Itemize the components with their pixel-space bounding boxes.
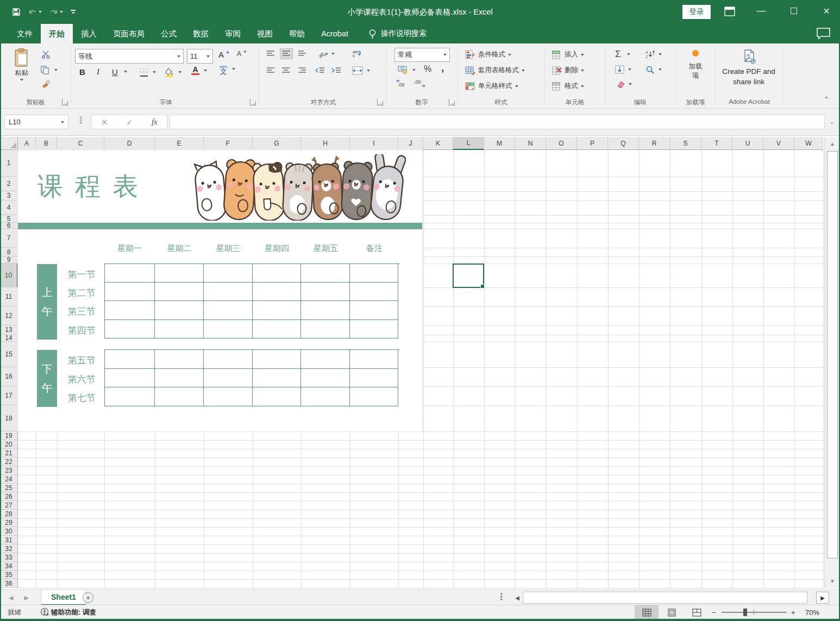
find-select-button[interactable] bbox=[645, 65, 662, 74]
schedule-cell[interactable] bbox=[253, 387, 301, 406]
row-header-32[interactable]: 32 bbox=[0, 544, 18, 553]
schedule-cell[interactable] bbox=[350, 369, 398, 388]
schedule-cell[interactable] bbox=[204, 301, 253, 319]
row-header-17[interactable]: 17 bbox=[0, 386, 18, 405]
schedule-cell[interactable] bbox=[155, 264, 204, 283]
row-header-16[interactable]: 16 bbox=[0, 367, 18, 386]
bold-button[interactable]: B bbox=[79, 67, 85, 77]
align-center-button[interactable] bbox=[281, 67, 290, 74]
ribbon-tab-页面布局[interactable]: 页面布局 bbox=[105, 24, 153, 43]
zoom-slider-thumb[interactable] bbox=[743, 609, 747, 616]
row-header-28[interactable]: 28 bbox=[0, 510, 18, 518]
comment-icon[interactable] bbox=[816, 27, 831, 40]
row-header-23[interactable]: 23 bbox=[0, 466, 18, 475]
orientation-button[interactable]: ab bbox=[318, 49, 335, 59]
schedule-cell[interactable] bbox=[350, 320, 398, 338]
column-header-G[interactable]: G bbox=[253, 137, 301, 150]
merge-center-button[interactable] bbox=[352, 66, 370, 75]
row-header-9[interactable]: 9 bbox=[0, 256, 18, 264]
page-break-view-button[interactable] bbox=[685, 605, 709, 619]
selected-cell-L10[interactable] bbox=[453, 264, 484, 288]
schedule-cell[interactable] bbox=[350, 264, 398, 283]
schedule-cell[interactable] bbox=[204, 283, 253, 301]
decrease-decimal-button[interactable]: .00 bbox=[413, 79, 426, 87]
font-size-combobox[interactable]: 11 bbox=[187, 49, 213, 64]
row-header-36[interactable]: 36 bbox=[0, 579, 18, 588]
row-header-7[interactable]: 7 bbox=[0, 229, 18, 248]
column-header-O[interactable]: O bbox=[546, 137, 577, 150]
format-painter-button[interactable] bbox=[41, 79, 51, 89]
schedule-cell[interactable] bbox=[253, 350, 301, 369]
row-header-22[interactable]: 22 bbox=[0, 457, 18, 466]
column-header-A[interactable]: A bbox=[18, 137, 36, 150]
formula-input[interactable] bbox=[170, 115, 825, 129]
namebox-splitter[interactable]: ●●● bbox=[79, 116, 82, 124]
column-header-C[interactable]: C bbox=[57, 137, 104, 150]
row-header-33[interactable]: 33 bbox=[0, 553, 18, 562]
schedule-cell[interactable] bbox=[253, 264, 301, 283]
column-header-R[interactable]: R bbox=[639, 137, 670, 150]
column-header-S[interactable]: S bbox=[670, 137, 701, 150]
row-header-13[interactable]: 13 bbox=[0, 325, 18, 335]
row-header-29[interactable]: 29 bbox=[0, 518, 18, 527]
schedule-cell[interactable] bbox=[350, 283, 398, 301]
vertical-scroll-thumb[interactable] bbox=[827, 151, 838, 559]
column-header-K[interactable]: K bbox=[423, 137, 453, 150]
conditional-formatting-button[interactable]: ≠ 条件格式 bbox=[465, 50, 511, 59]
sign-in-button[interactable]: 登录 bbox=[682, 5, 711, 19]
cell-styles-button[interactable]: 单元格样式 bbox=[465, 81, 518, 91]
align-right-button[interactable] bbox=[298, 67, 306, 74]
ribbon-tab-文件[interactable]: 文件 bbox=[9, 24, 41, 43]
ribbon-tab-帮助[interactable]: 帮助 bbox=[281, 24, 313, 43]
row-header-10[interactable]: 10 bbox=[0, 264, 18, 287]
cancel-icon[interactable]: ✕ bbox=[101, 118, 108, 127]
schedule-cell[interactable] bbox=[105, 369, 155, 388]
schedule-cell[interactable] bbox=[350, 387, 398, 406]
minimize-button[interactable]: — bbox=[749, 0, 774, 22]
maximize-button[interactable] bbox=[781, 0, 806, 22]
schedule-cell[interactable] bbox=[301, 387, 350, 406]
schedule-cell[interactable] bbox=[253, 369, 301, 388]
schedule-cell[interactable] bbox=[253, 283, 301, 301]
addins-button[interactable]: 加载项 bbox=[680, 50, 711, 80]
hscroll-left-icon[interactable]: ◀ bbox=[513, 592, 522, 604]
schedule-cell[interactable] bbox=[204, 369, 253, 388]
close-button[interactable]: × bbox=[814, 0, 839, 22]
font-name-combobox[interactable]: 等线 bbox=[75, 49, 184, 64]
column-header-W[interactable]: W bbox=[794, 137, 823, 150]
schedule-cell[interactable] bbox=[155, 350, 204, 369]
ribbon-display-options-button[interactable] bbox=[724, 6, 736, 17]
row-header-21[interactable]: 21 bbox=[0, 449, 18, 457]
schedule-cell[interactable] bbox=[204, 320, 253, 338]
ribbon-tab-数据[interactable]: 数据 bbox=[185, 24, 217, 43]
page-layout-view-button[interactable] bbox=[660, 605, 684, 619]
vertical-scrollbar[interactable]: ▲ ▼ bbox=[824, 137, 840, 588]
schedule-cell[interactable] bbox=[204, 264, 253, 283]
schedule-cell[interactable] bbox=[301, 369, 350, 388]
phonetic-guide-button[interactable]: wén文 bbox=[220, 64, 235, 74]
schedule-cell[interactable] bbox=[105, 320, 155, 338]
row-header-2[interactable]: 2 bbox=[0, 177, 18, 191]
schedule-cell[interactable] bbox=[301, 301, 350, 319]
column-header-J[interactable]: J bbox=[398, 137, 423, 150]
row-header-19[interactable]: 19 bbox=[0, 431, 18, 440]
align-middle-button[interactable] bbox=[280, 49, 292, 59]
column-header-T[interactable]: T bbox=[701, 137, 732, 150]
accounting-format-button[interactable] bbox=[398, 65, 416, 74]
formula-bar-expand-icon[interactable]: ⌄ bbox=[827, 115, 837, 129]
column-header-U[interactable]: U bbox=[732, 137, 763, 150]
enter-icon[interactable]: ✓ bbox=[127, 118, 133, 127]
row-header-18[interactable]: 18 bbox=[0, 405, 18, 431]
number-dialog-launcher[interactable] bbox=[449, 99, 455, 105]
select-all-corner[interactable] bbox=[0, 137, 18, 150]
align-bottom-button[interactable] bbox=[298, 51, 306, 57]
column-header-V[interactable]: V bbox=[763, 137, 794, 150]
fill-color-button[interactable] bbox=[164, 67, 181, 77]
column-header-L[interactable]: L bbox=[453, 137, 484, 150]
row-header-34[interactable]: 34 bbox=[0, 562, 18, 570]
alignment-dialog-launcher[interactable] bbox=[377, 99, 384, 105]
increase-indent-button[interactable] bbox=[331, 67, 341, 74]
ribbon-tab-公式[interactable]: 公式 bbox=[153, 24, 185, 43]
row-header-6[interactable]: 6 bbox=[0, 223, 18, 229]
comma-style-button[interactable]: , bbox=[441, 62, 444, 74]
